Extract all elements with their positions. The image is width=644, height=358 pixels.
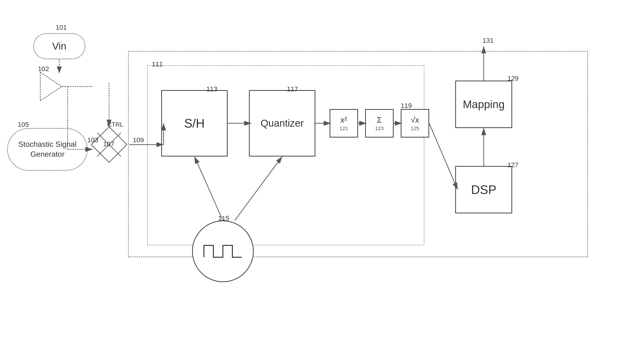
label-117: 117: [287, 85, 298, 93]
label-102: 102: [38, 65, 49, 73]
label-103: 103: [87, 136, 98, 144]
label-119: 119: [401, 102, 412, 110]
vin-node: Vin: [33, 33, 85, 59]
label-105: 105: [18, 121, 29, 128]
ssg-node: Stochastic Signal Generator: [7, 128, 88, 171]
label-107: 107: [103, 140, 114, 148]
label-121: 121: [340, 126, 348, 132]
label-113: 113: [206, 85, 218, 93]
clock-node-115: [192, 220, 254, 282]
label-125: 125: [411, 126, 420, 132]
label-131: 131: [482, 37, 494, 44]
ssg-label: Stochastic Signal Generator: [10, 140, 85, 159]
quantizer-block-117: Quantizer: [249, 90, 315, 156]
sqrt-block-125: √x 125: [401, 109, 429, 138]
quantizer-label: Quantizer: [260, 118, 304, 129]
label-127: 127: [508, 161, 518, 169]
mapping-block-129: Mapping: [455, 80, 512, 128]
label-115: 115: [218, 214, 229, 222]
sh-block-113: S/H: [161, 90, 228, 156]
vin-label: Vin: [52, 40, 66, 52]
dsp-block-127: DSP: [455, 166, 512, 214]
mapping-label: Mapping: [463, 98, 504, 111]
svg-marker-0: [40, 72, 62, 101]
x2-block-121: x² 121: [330, 109, 358, 138]
sigma-label: Σ: [377, 115, 382, 124]
label-111: 111: [152, 60, 163, 68]
sigma-block-123: Σ 123: [365, 109, 394, 138]
clock-waveform: [202, 238, 244, 264]
label-109: 109: [133, 136, 144, 144]
sh-label: S/H: [184, 116, 205, 130]
dsp-label: DSP: [471, 182, 496, 197]
sqrt-label: √x: [411, 115, 419, 124]
label-129: 129: [508, 75, 518, 82]
x2-label: x²: [340, 115, 347, 124]
circuit-diagram: 111 Vin 101 102 Stochastic Signal Genera…: [0, 0, 644, 358]
ctrl-label: CTRL: [107, 121, 123, 128]
amplifier-102: [36, 70, 66, 103]
label-101: 101: [56, 24, 67, 31]
label-123: 123: [375, 126, 384, 132]
